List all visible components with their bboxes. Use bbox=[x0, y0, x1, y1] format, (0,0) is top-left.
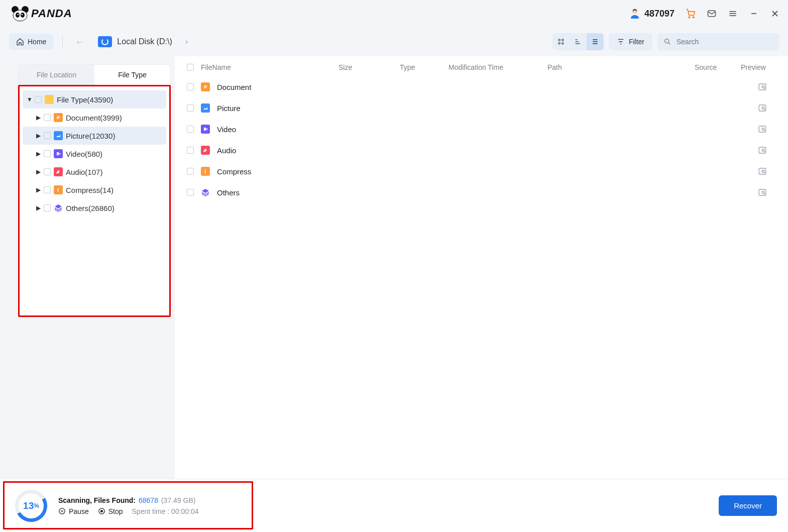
svg-point-3 bbox=[16, 13, 20, 18]
table-row[interactable]: Audio bbox=[175, 140, 788, 161]
progress-percent: 13 bbox=[23, 500, 34, 511]
col-filename[interactable]: FileName bbox=[201, 63, 231, 71]
svg-line-45 bbox=[764, 130, 765, 131]
tree-item-document[interactable]: ▶Document(3999) bbox=[23, 109, 166, 127]
home-icon bbox=[16, 38, 24, 46]
svg-line-42 bbox=[764, 109, 765, 110]
checkbox[interactable] bbox=[35, 96, 42, 103]
row-label: Picture bbox=[217, 104, 241, 113]
files-found-size: (37.49 GB) bbox=[161, 496, 195, 504]
svg-line-39 bbox=[764, 88, 765, 89]
tab-file-location[interactable]: File Location bbox=[19, 65, 94, 85]
checkbox[interactable] bbox=[187, 83, 194, 90]
spent-time: Spent time : 00:00:04 bbox=[132, 507, 199, 515]
svg-rect-52 bbox=[759, 189, 766, 195]
video-icon bbox=[54, 149, 63, 158]
progress-ring: 13% bbox=[15, 490, 47, 522]
avatar-icon bbox=[629, 8, 640, 19]
col-type[interactable]: Type bbox=[400, 63, 442, 71]
home-button[interactable]: Home bbox=[9, 34, 53, 50]
minimize-icon[interactable] bbox=[749, 9, 759, 19]
svg-line-30 bbox=[668, 43, 670, 44]
table-row[interactable]: Others bbox=[175, 182, 788, 203]
svg-point-19 bbox=[558, 39, 560, 41]
checkbox[interactable] bbox=[44, 204, 51, 211]
tree-item-picture[interactable]: ▶Picture(12030) bbox=[23, 127, 166, 145]
col-modtime[interactable]: Modification Time bbox=[448, 63, 541, 71]
checkbox[interactable] bbox=[44, 114, 51, 121]
close-icon[interactable] bbox=[770, 9, 780, 19]
tree-item-label: Others(26860) bbox=[66, 204, 115, 212]
user-badge[interactable]: 487097 bbox=[629, 8, 674, 19]
recover-button[interactable]: Recover bbox=[719, 495, 777, 516]
tab-file-type[interactable]: File Type bbox=[94, 65, 170, 85]
col-size[interactable]: Size bbox=[339, 63, 394, 71]
svg-point-6 bbox=[22, 14, 23, 16]
pause-button[interactable]: Pause bbox=[58, 507, 89, 515]
filter-icon bbox=[617, 38, 625, 46]
files-found-count: 68678 bbox=[139, 496, 158, 504]
tree-item-label: Compress(14) bbox=[66, 186, 114, 194]
stop-button[interactable]: Stop bbox=[98, 507, 123, 515]
search-input[interactable] bbox=[677, 38, 773, 46]
preview-icon[interactable] bbox=[758, 103, 776, 113]
chevron-right-icon: › bbox=[185, 37, 188, 46]
pause-icon bbox=[58, 507, 66, 515]
tree-item-compress[interactable]: ▶Compress(14) bbox=[23, 181, 166, 199]
tree-root[interactable]: ▼ File Type(43590) bbox=[23, 90, 166, 109]
col-path[interactable]: Path bbox=[547, 63, 689, 71]
tree-item-label: Picture(12030) bbox=[66, 132, 115, 140]
cart-icon[interactable] bbox=[686, 9, 696, 19]
tree-item-audio[interactable]: ▶Audio(107) bbox=[23, 163, 166, 181]
table-row[interactable]: Picture bbox=[175, 97, 788, 119]
select-all-checkbox[interactable] bbox=[187, 64, 194, 71]
checkbox[interactable] bbox=[187, 126, 194, 133]
caret-right-icon: ▶ bbox=[36, 150, 41, 157]
svg-rect-46 bbox=[759, 147, 766, 153]
title-bar: PANDA 487097 bbox=[0, 0, 788, 27]
col-preview[interactable]: Preview bbox=[741, 63, 776, 71]
toolbar: Home ← Local Disk (D:\) › Filter bbox=[0, 27, 788, 56]
view-detail-button[interactable] bbox=[570, 33, 587, 50]
breadcrumb-disk[interactable]: Local Disk (D:\) › bbox=[96, 34, 190, 49]
table-row[interactable]: Video bbox=[175, 119, 788, 140]
stop-icon bbox=[98, 507, 105, 515]
filter-button[interactable]: Filter bbox=[609, 33, 652, 50]
svg-point-9 bbox=[633, 11, 636, 14]
back-button[interactable]: ← bbox=[72, 36, 88, 48]
table-row[interactable]: Document bbox=[175, 76, 788, 97]
svg-point-55 bbox=[59, 508, 65, 514]
checkbox[interactable] bbox=[187, 168, 194, 175]
file-list: FileName Size Type Modification Time Pat… bbox=[175, 56, 788, 479]
view-list-button[interactable] bbox=[587, 33, 604, 50]
checkbox[interactable] bbox=[187, 147, 194, 154]
disk-label: Local Disk (D:\) bbox=[117, 37, 172, 46]
view-grid-button[interactable] bbox=[552, 33, 570, 50]
svg-rect-43 bbox=[759, 126, 766, 132]
preview-icon[interactable] bbox=[758, 82, 776, 91]
picture-icon bbox=[201, 103, 210, 113]
preview-icon[interactable] bbox=[758, 146, 776, 155]
filter-label: Filter bbox=[629, 38, 644, 46]
checkbox[interactable] bbox=[44, 186, 51, 193]
search-box[interactable] bbox=[657, 33, 779, 50]
user-id: 487097 bbox=[644, 9, 674, 19]
svg-rect-49 bbox=[759, 168, 766, 174]
caret-right-icon: ▶ bbox=[36, 186, 41, 193]
checkbox[interactable] bbox=[44, 150, 51, 157]
picture-icon bbox=[54, 131, 63, 140]
preview-icon[interactable] bbox=[758, 125, 776, 134]
checkbox[interactable] bbox=[187, 104, 194, 112]
preview-icon[interactable] bbox=[758, 167, 776, 176]
brand-text: PANDA bbox=[31, 7, 72, 20]
tree-item-others[interactable]: ▶Others(26860) bbox=[23, 199, 166, 217]
menu-icon[interactable] bbox=[728, 9, 738, 19]
tree-item-video[interactable]: ▶Video(580) bbox=[23, 145, 166, 163]
mail-icon[interactable] bbox=[707, 9, 717, 19]
checkbox[interactable] bbox=[187, 189, 194, 196]
checkbox[interactable] bbox=[44, 168, 51, 175]
col-source[interactable]: Source bbox=[695, 63, 735, 71]
preview-icon[interactable] bbox=[758, 188, 776, 197]
checkbox[interactable] bbox=[44, 132, 51, 139]
table-row[interactable]: Compress bbox=[175, 161, 788, 182]
